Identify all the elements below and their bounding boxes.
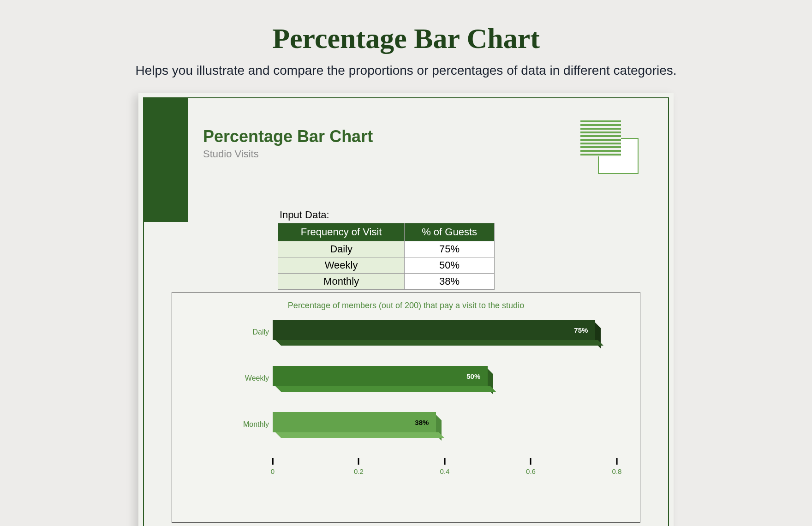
decorative-stripes-icon — [580, 120, 621, 156]
table-row: Weekly 50% — [278, 257, 495, 274]
tick-mark-icon — [530, 458, 531, 465]
table-cell-frequency: Daily — [278, 241, 405, 257]
document-subtitle: Studio Visits — [203, 148, 373, 160]
table-header-row: Frequency of Visit % of Guests — [278, 223, 495, 241]
tick-mark-icon — [358, 458, 359, 465]
chart-bar: 75% — [273, 320, 595, 340]
chart-bar-depth — [275, 340, 603, 346]
chart-axis-tick-label: 0.2 — [354, 467, 364, 475]
chart-x-axis: 00.20.40.60.8 — [273, 458, 617, 477]
document-header: Percentage Bar Chart Studio Visits — [203, 127, 373, 160]
chart-bar-depth — [275, 386, 496, 392]
table-row: Monthly 38% — [278, 274, 495, 290]
chart-axis-tick: 0.6 — [526, 458, 536, 475]
chart-bar-row: Weekly50% — [232, 366, 617, 391]
chart-axis-tick-label: 0 — [271, 467, 275, 475]
chart-bar-value-label: 75% — [273, 320, 595, 340]
chart-bar-label: Monthly — [232, 420, 269, 429]
chart-bar-track: 75% — [273, 320, 617, 345]
table-cell-percent: 38% — [405, 274, 495, 290]
input-data-table: Frequency of Visit % of Guests Daily 75%… — [278, 223, 495, 290]
decorative-graphic — [580, 120, 640, 180]
chart-plot: Daily75%Weekly50%Monthly38%00.20.40.60.8 — [232, 320, 617, 477]
chart-bar-row: Daily75% — [232, 320, 617, 345]
chart-axis-tick-label: 0.6 — [526, 467, 536, 475]
chart-bar: 38% — [273, 412, 436, 432]
chart-axis-tick-label: 0.8 — [612, 467, 622, 475]
chart-area: Percentage of members (out of 200) that … — [172, 292, 640, 523]
page-title: Percentage Bar Chart — [0, 22, 812, 55]
chart-bar-track: 50% — [273, 366, 617, 391]
chart-axis-tick-label: 0.4 — [440, 467, 450, 475]
chart-bar-value-label: 50% — [273, 366, 488, 386]
chart-title: Percentage of members (out of 200) that … — [172, 301, 640, 311]
table-cell-frequency: Monthly — [278, 274, 405, 290]
tick-mark-icon — [444, 458, 445, 465]
decorative-corner-block — [144, 98, 188, 222]
tick-mark-icon — [616, 458, 617, 465]
chart-bar: 50% — [273, 366, 488, 386]
table-header-percent: % of Guests — [405, 223, 495, 241]
table-row: Daily 75% — [278, 241, 495, 257]
input-data-label: Input Data: — [280, 209, 495, 221]
input-data-section: Input Data: Frequency of Visit % of Gues… — [278, 209, 495, 290]
chart-bar-label: Daily — [232, 328, 269, 336]
chart-axis-tick: 0.8 — [612, 458, 622, 475]
page-subtitle: Helps you illustrate and compare the pro… — [0, 63, 812, 78]
chart-axis-tick: 0.4 — [440, 458, 450, 475]
chart-axis-tick: 0.2 — [354, 458, 364, 475]
table-header-frequency: Frequency of Visit — [278, 223, 405, 241]
chart-bar-track: 38% — [273, 412, 617, 437]
chart-bar-value-label: 38% — [273, 412, 436, 432]
chart-axis-tick: 0 — [271, 458, 275, 475]
table-cell-percent: 75% — [405, 241, 495, 257]
chart-bar-row: Monthly38% — [232, 412, 617, 437]
chart-bar-depth — [275, 432, 444, 438]
document-border: Percentage Bar Chart Studio Visits Input… — [143, 97, 669, 526]
table-cell-percent: 50% — [405, 257, 495, 274]
document-preview: Percentage Bar Chart Studio Visits Input… — [138, 93, 674, 526]
table-cell-frequency: Weekly — [278, 257, 405, 274]
document-title: Percentage Bar Chart — [203, 127, 373, 146]
chart-bar-label: Weekly — [232, 374, 269, 383]
tick-mark-icon — [272, 458, 274, 465]
